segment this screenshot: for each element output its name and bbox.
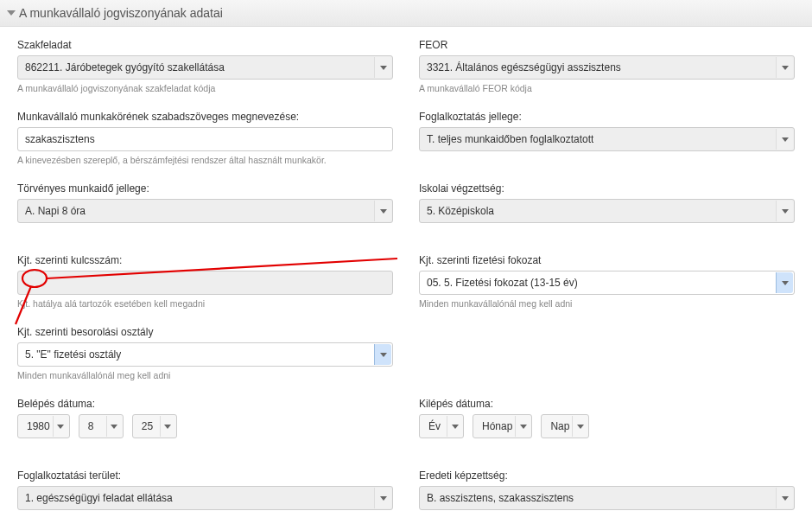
label-munkakor: Munkavállaló munkakörének szabadszöveges… (17, 111, 393, 123)
chevron-down-icon (447, 416, 462, 437)
chevron-down-icon (374, 488, 391, 508)
label-torvenyes: Törvényes munkaidő jellege: (17, 182, 393, 195)
label-besorolas: Kjt. szerinti besorolási osztály (17, 326, 393, 338)
help-feor: A munkavállaló FEOR kódja (419, 83, 795, 95)
chevron-down-icon (776, 201, 793, 221)
select-fizfok[interactable]: 05. 5. Fizetési fokozat (13-15 év) (419, 271, 795, 295)
select-belepes-year[interactable]: 1980 (17, 414, 70, 438)
select-belepes-month[interactable]: 8 (79, 414, 124, 438)
label-fogterulet: Foglalkoztatási terület: (17, 469, 393, 482)
select-fogterulet[interactable]: 1. egészségügyi feladat ellátása (17, 486, 393, 510)
help-kulcsszam: Kjt. hatálya alá tartozók esetében kell … (17, 298, 393, 310)
help-szakfeladat: A munkavállaló jogviszonyának szakfelada… (17, 83, 393, 95)
chevron-down-icon (515, 416, 530, 437)
chevron-down-icon (776, 272, 793, 293)
select-szakfeladat[interactable]: 862211. Járóbetegek gyógyító szakellátás… (17, 55, 393, 80)
chevron-down-icon (374, 201, 391, 221)
panel-header[interactable]: A munkavállaló jogviszonyának adatai (0, 0, 812, 27)
chevron-down-icon (106, 416, 122, 437)
select-besorolas[interactable]: 5. "E" fizetési osztály (17, 342, 393, 367)
select-kilepes-year[interactable]: Év (419, 414, 464, 438)
help-munkakor: A kinevezésben szereplő, a bérszámfejtés… (17, 155, 393, 167)
label-kulcsszam: Kjt. szerinti kulcsszám: (17, 254, 393, 266)
label-fizfok: Kjt. szerinti fizetési fokozat (419, 254, 795, 266)
select-kilepes-month[interactable]: Hónap (473, 414, 532, 438)
label-belepes: Belépés dátuma: (17, 398, 393, 410)
chevron-down-icon (572, 416, 587, 437)
chevron-down-icon (776, 57, 793, 78)
select-belepes-day[interactable]: 25 (132, 414, 177, 438)
form-body: Szakfeladat 862211. Járóbetegek gyógyító… (0, 27, 812, 511)
input-munkakor[interactable]: szakaszisztens (17, 127, 393, 151)
select-feor[interactable]: 3321. Általános egészségügyi asszisztens (419, 55, 795, 80)
panel-title: A munkavállaló jogviszonyának adatai (19, 6, 223, 20)
label-fogjel: Foglalkoztatás jellege: (419, 111, 795, 123)
chevron-down-icon (374, 344, 391, 365)
chevron-down-icon (776, 488, 793, 508)
input-kulcsszam[interactable] (17, 271, 393, 295)
collapse-icon (7, 10, 16, 16)
chevron-down-icon (53, 416, 68, 437)
label-kilepes: Kilépés dátuma: (419, 398, 795, 410)
help-besorolas: Minden munkavállalónál meg kell adni (17, 370, 393, 382)
label-szakfeladat: Szakfeladat (17, 39, 393, 51)
chevron-down-icon (776, 129, 793, 150)
select-iskola[interactable]: 5. Középiskola (419, 199, 795, 223)
label-iskola: Iskolai végzettség: (419, 182, 795, 195)
select-kilepes-day[interactable]: Nap (541, 414, 589, 438)
chevron-down-icon (160, 416, 175, 437)
help-fizfok: Minden munkavállalónál meg kell adni (419, 298, 795, 310)
label-eredeti: Eredeti képzettség: (419, 469, 795, 482)
label-feor: FEOR (419, 39, 795, 51)
select-fogjel[interactable]: T. teljes munkaidőben foglalkoztatott (419, 127, 795, 151)
select-eredeti[interactable]: B. asszisztens, szakasszisztens (419, 486, 795, 510)
select-torvenyes[interactable]: A. Napi 8 óra (17, 199, 393, 223)
chevron-down-icon (374, 57, 391, 78)
